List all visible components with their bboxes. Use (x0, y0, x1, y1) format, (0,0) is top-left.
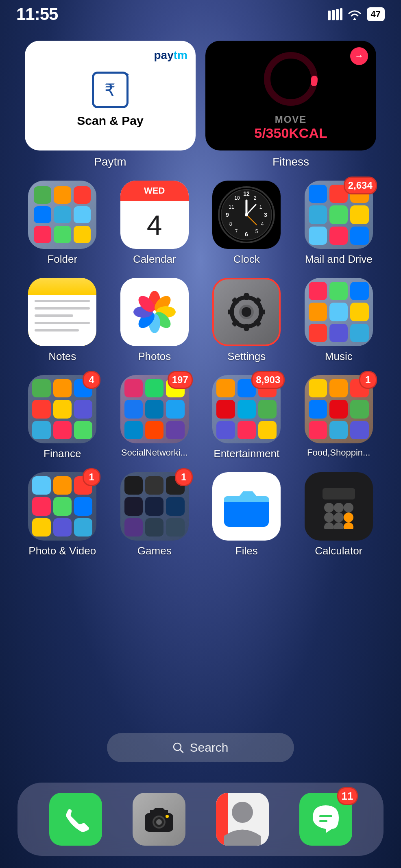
search-bar[interactable]: Search (107, 733, 294, 762)
messages-badge: 11 (337, 787, 358, 805)
games-badge: 1 (175, 468, 193, 486)
mail-drive-badge: 2,634 (344, 177, 377, 194)
calculator-app[interactable]: Calculator (296, 472, 381, 557)
photovideo-app[interactable]: 1 Photo & Video (20, 472, 105, 557)
svg-point-59 (166, 815, 169, 818)
svg-point-4 (267, 55, 314, 103)
fitness-ring (262, 50, 319, 107)
finance-badge: 4 (83, 371, 100, 389)
app-row-4: 1 Photo & Video 1 (16, 472, 385, 557)
svg-point-50 (324, 522, 334, 529)
svg-point-46 (344, 503, 353, 513)
music-app[interactable]: Music (296, 278, 381, 363)
app-row-1: Folder WED 4 Calendar 12 (16, 181, 385, 266)
messages-dock-icon: 11 (299, 793, 352, 846)
app-row-2: Notes (16, 278, 385, 363)
entertainment-icon: 8,903 (212, 375, 281, 443)
paytm-scan-text: Scan & Pay (77, 114, 143, 128)
food-icon: 1 (305, 375, 373, 443)
entertainment-badge: 8,903 (251, 371, 285, 389)
status-bar: 11:55 47 (0, 0, 401, 28)
svg-text:10: 10 (235, 195, 240, 201)
settings-label: Settings (204, 350, 289, 363)
music-label: Music (296, 350, 381, 363)
app-row-3: 4 Finance 197 (16, 375, 385, 460)
files-icon (212, 472, 281, 541)
entertainment-app[interactable]: 8,903 Entertainment (204, 375, 289, 460)
clock-label: Clock (204, 253, 289, 266)
games-app[interactable]: 1 Games (112, 472, 197, 557)
finance-app[interactable]: 4 Finance (20, 375, 105, 460)
svg-point-52 (344, 522, 353, 529)
notes-app[interactable]: Notes (20, 278, 105, 363)
svg-text:11: 11 (229, 204, 235, 210)
clock-app[interactable]: 12 3 6 9 10 2 4 8 11 1 5 7 (204, 181, 289, 266)
calendar-label: Calendar (112, 253, 197, 266)
social-icon: 197 (120, 375, 189, 443)
food-label: Food,Shoppin... (296, 447, 381, 458)
clock-icon: 12 3 6 9 10 2 4 8 11 1 5 7 (212, 181, 281, 249)
svg-rect-32 (244, 293, 249, 300)
camera-dock-item[interactable] (133, 793, 185, 846)
paytm-widget-container: paytm ₹ ↑ Scan & Pay Paytm (25, 41, 196, 168)
files-app[interactable]: Files (204, 472, 289, 557)
finance-label: Finance (20, 447, 105, 460)
svg-text:9: 9 (226, 212, 229, 218)
photos-app[interactable]: Photos (112, 278, 197, 363)
contacts-dock-item[interactable] (216, 793, 269, 846)
app-grid: paytm ₹ ↑ Scan & Pay Paytm → (0, 33, 401, 578)
svg-text:1: 1 (259, 204, 262, 210)
mail-drive-app[interactable]: 2,634 Mail and Drive (296, 181, 381, 266)
svg-point-51 (334, 522, 344, 529)
status-time: 11:55 (16, 4, 58, 24)
settings-app[interactable]: Settings (204, 278, 289, 363)
finance-icon: 4 (28, 375, 96, 443)
food-app[interactable]: 1 Food,Shoppin... (296, 375, 381, 460)
paytm-widget[interactable]: paytm ₹ ↑ Scan & Pay (25, 41, 196, 150)
calculator-label: Calculator (296, 545, 381, 557)
search-text: Search (190, 741, 228, 755)
svg-rect-64 (319, 820, 327, 822)
svg-text:3: 3 (264, 212, 267, 218)
status-icons: 47 (328, 7, 385, 21)
search-icon (172, 742, 184, 753)
svg-point-22 (245, 213, 248, 216)
signal-icon (328, 8, 342, 20)
fitness-move-label: MOVE (275, 114, 307, 125)
social-badge: 197 (168, 371, 193, 389)
svg-rect-3 (340, 8, 342, 20)
photos-icon (120, 278, 189, 346)
fitness-widget[interactable]: → MOVE 5/350KCAL (205, 41, 376, 150)
folder-label: Folder (20, 253, 105, 266)
contacts-dock-icon (216, 793, 269, 846)
svg-rect-63 (319, 815, 332, 817)
games-label: Games (112, 545, 197, 557)
settings-icon (212, 278, 281, 346)
photovideo-badge: 1 (83, 468, 100, 486)
entertainment-label: Entertainment (204, 447, 289, 460)
svg-point-48 (334, 513, 344, 522)
svg-text:2: 2 (254, 195, 257, 201)
messages-dock-item[interactable]: 11 (299, 793, 352, 846)
svg-point-58 (156, 819, 162, 825)
paytm-label: Paytm (94, 155, 126, 168)
battery-indicator: 47 (367, 7, 385, 21)
phone-dock-item[interactable] (49, 793, 102, 846)
svg-text:7: 7 (235, 229, 238, 234)
svg-text:8: 8 (229, 221, 232, 227)
mail-drive-icon: 2,634 (305, 181, 373, 249)
svg-point-62 (232, 802, 253, 823)
calendar-app[interactable]: WED 4 Calendar (112, 181, 197, 266)
folder-icon (28, 181, 96, 249)
svg-text:5: 5 (255, 229, 258, 234)
widgets-row: paytm ₹ ↑ Scan & Pay Paytm → (16, 41, 385, 168)
photos-label: Photos (112, 350, 197, 363)
svg-point-45 (334, 503, 344, 513)
folder-app[interactable]: Folder (20, 181, 105, 266)
svg-text:6: 6 (245, 231, 248, 238)
svg-text:12: 12 (243, 190, 250, 197)
games-icon: 1 (120, 472, 189, 541)
svg-rect-38 (228, 310, 234, 314)
social-app[interactable]: 197 SocialNetworki... (112, 375, 197, 460)
svg-point-47 (324, 513, 334, 522)
